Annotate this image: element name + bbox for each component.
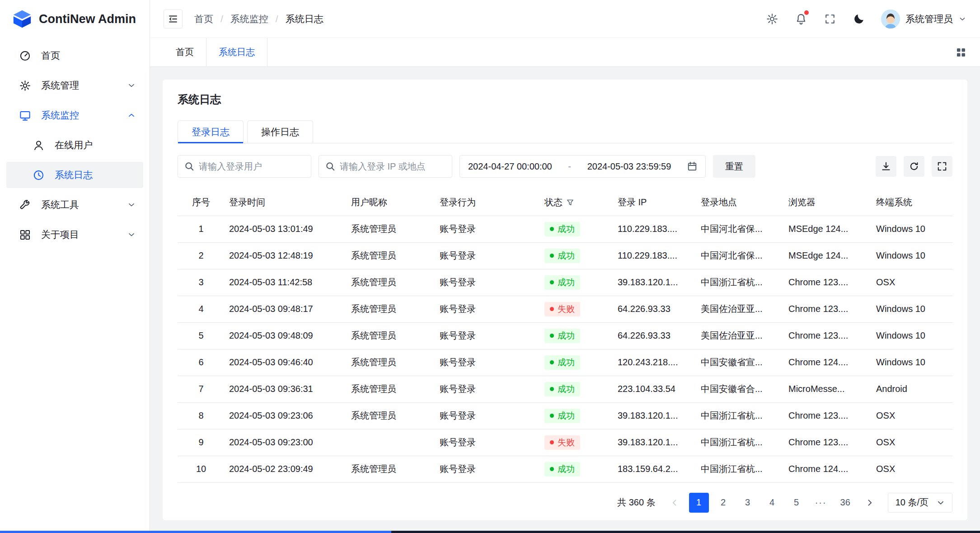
export-button[interactable] <box>876 156 896 177</box>
wrench-icon <box>19 199 31 211</box>
column-header-browser: 浏览器 <box>784 189 872 216</box>
cell-ip: 39.183.120.1... <box>613 429 696 456</box>
fullscreen-button[interactable] <box>823 12 837 26</box>
reset-button[interactable]: 重置 <box>713 155 755 178</box>
cell-browser: MicroMesse... <box>784 376 872 402</box>
status-dot-icon <box>550 307 554 311</box>
table-row: 32024-05-03 11:42:58系统管理员账号登录成功39.183.12… <box>178 269 953 296</box>
page-ellipsis[interactable]: ··· <box>811 493 831 513</box>
cell-location: 中国安徽省合... <box>696 376 784 402</box>
pagination: 共 360 条 12345···36 10 条/页 <box>178 483 952 513</box>
log-table-body: 12024-05-03 13:01:49系统管理员账号登录成功110.229.1… <box>178 216 953 482</box>
sidebar-item-system-tools[interactable]: 系统工具 <box>6 192 143 218</box>
cell-time: 2024-05-03 09:36:31 <box>225 376 347 402</box>
page-button[interactable]: 5 <box>787 493 807 513</box>
tab-actions-button[interactable] <box>956 38 980 66</box>
cell-os: OSX <box>872 429 953 456</box>
topbar-actions: 系统管理员 <box>765 9 966 28</box>
app-root: ContiNew Admin 首页 系统管理 系统监控 在线用户 <box>0 0 980 533</box>
login-user-input[interactable] <box>199 161 305 172</box>
notifications-button[interactable] <box>794 12 808 26</box>
notification-badge-dot <box>804 10 809 15</box>
cell-browser: MSEdge 124... <box>784 242 872 269</box>
chevron-down-icon <box>127 230 136 239</box>
cell-status: 成功 <box>540 269 613 296</box>
table-row: 82024-05-03 09:23:06系统管理员账号登录成功39.183.12… <box>178 402 953 429</box>
page-button[interactable]: 2 <box>713 493 733 513</box>
status-dot-icon <box>550 387 554 391</box>
status-badge: 失败 <box>544 302 580 316</box>
cell-os: OSX <box>872 456 953 482</box>
table-row: 102024-05-02 23:09:49系统管理员账号登录成功183.159.… <box>178 456 953 482</box>
page-button[interactable]: 36 <box>835 493 855 513</box>
app-logo[interactable]: ContiNew Admin <box>0 0 150 38</box>
sidebar-item-system-management[interactable]: 系统管理 <box>6 72 143 99</box>
sidebar-item-system-monitor[interactable]: 系统监控 <box>6 102 143 128</box>
filter-toolbar: 2024-04-27 00:00:00 - 2024-05-03 23:59:5… <box>178 155 952 178</box>
cell-status: 成功 <box>540 216 613 242</box>
login-ip-input[interactable] <box>340 161 445 172</box>
chevron-down-icon <box>958 15 966 23</box>
page-title: 系统日志 <box>178 92 952 107</box>
refresh-button[interactable] <box>904 156 924 177</box>
table-row: 52024-05-03 09:48:09系统管理员账号登录成功64.226.93… <box>178 322 953 349</box>
login-log-table: 序号 登录时间 用户昵称 登录行为 状态 登录 IP 登录 <box>178 189 953 483</box>
cell-os: Android <box>872 376 953 402</box>
filter-icon[interactable] <box>566 198 574 207</box>
status-badge: 成功 <box>544 355 580 370</box>
dashboard-icon <box>19 50 31 62</box>
sidebar-item-label: 系统监控 <box>41 109 127 122</box>
grid-icon <box>19 229 31 241</box>
topbar: 首页 / 系统监控 / 系统日志 <box>150 0 980 38</box>
chevron-left-icon <box>670 498 679 507</box>
status-badge: 成功 <box>544 329 580 343</box>
status-dot-icon <box>550 227 554 231</box>
table-row: 92024-05-03 09:23:00账号登录失败39.183.120.1..… <box>178 429 953 456</box>
sidebar: ContiNew Admin 首页 系统管理 系统监控 在线用户 <box>0 0 150 533</box>
cell-browser: Chrome 123.... <box>784 322 872 349</box>
sidebar-collapse-button[interactable] <box>164 9 183 28</box>
breadcrumb-item[interactable]: 系统监控 <box>230 13 268 25</box>
bottom-strip-blue <box>0 531 391 533</box>
tab-operation-log[interactable]: 操作日志 <box>247 120 313 143</box>
column-header-os: 终端系统 <box>872 189 953 216</box>
page-button[interactable]: 3 <box>738 493 758 513</box>
log-tabs: 登录日志 操作日志 <box>178 120 952 143</box>
next-page-button[interactable] <box>860 493 880 513</box>
user-menu[interactable]: 系统管理员 <box>881 9 966 28</box>
cell-no: 8 <box>178 402 225 429</box>
moon-icon <box>853 13 865 25</box>
cell-location: 中国浙江省杭... <box>696 269 784 296</box>
status-dot-icon <box>550 414 554 418</box>
cell-os: Windows 10 <box>872 242 953 269</box>
log-tab-label: 登录日志 <box>192 126 230 138</box>
page-button[interactable]: 4 <box>762 493 782 513</box>
cell-status: 成功 <box>540 456 613 482</box>
tab-system-logs[interactable]: 系统日志 <box>206 38 267 66</box>
settings-button[interactable] <box>765 12 779 26</box>
cell-browser: Chrome 123.... <box>784 402 872 429</box>
dark-mode-button[interactable] <box>852 12 866 26</box>
cell-no: 6 <box>178 349 225 376</box>
page-button[interactable]: 1 <box>689 493 709 513</box>
cell-behavior: 账号登录 <box>435 402 540 429</box>
breadcrumb-item[interactable]: 首页 <box>194 13 213 25</box>
status-badge: 成功 <box>544 222 580 236</box>
sidebar-item-system-logs[interactable]: 系统日志 <box>6 162 143 188</box>
page-size-value: 10 条/页 <box>896 496 928 509</box>
table-fullscreen-button[interactable] <box>932 156 952 177</box>
cell-behavior: 账号登录 <box>435 456 540 482</box>
tab-home[interactable]: 首页 <box>164 38 206 66</box>
tab-login-log[interactable]: 登录日志 <box>178 120 244 143</box>
cell-behavior: 账号登录 <box>435 322 540 349</box>
page-size-select[interactable]: 10 条/页 <box>888 493 952 513</box>
prev-page-button[interactable] <box>665 493 685 513</box>
sidebar-item-home[interactable]: 首页 <box>6 42 143 69</box>
date-range-picker[interactable]: 2024-04-27 00:00:00 - 2024-05-03 23:59:5… <box>460 155 706 178</box>
cell-no: 4 <box>178 296 225 322</box>
cell-no: 9 <box>178 429 225 456</box>
chevron-down-icon <box>127 81 136 90</box>
sidebar-item-about[interactable]: 关于项目 <box>6 222 143 248</box>
chevron-down-icon <box>937 499 945 507</box>
sidebar-item-online-users[interactable]: 在线用户 <box>6 132 143 158</box>
